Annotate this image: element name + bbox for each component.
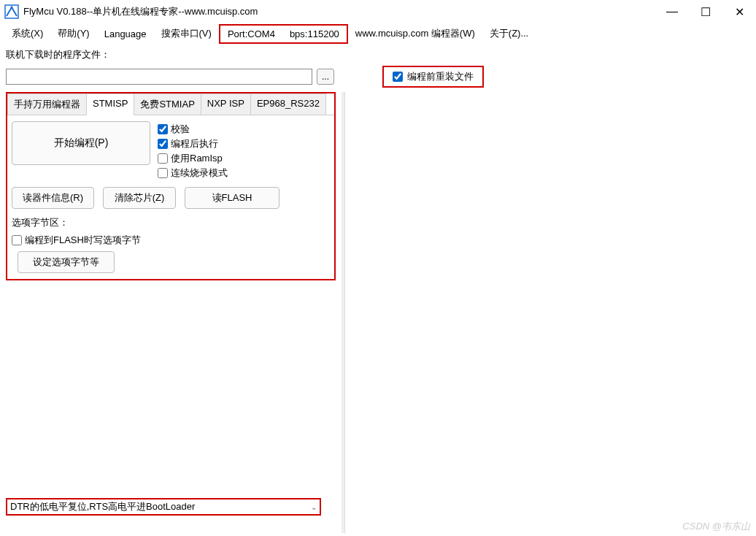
run-after-checkbox[interactable] [158,139,168,149]
menu-programmer[interactable]: www.mcuisp.com 编程器(W) [348,24,482,43]
write-option-bytes-row[interactable]: 编程到FLASH时写选项字节 [12,234,330,247]
chevron-down-icon: ⌄ [311,503,317,511]
run-after-label: 编程后执行 [171,137,218,150]
tab-content-stmisp: 开始编程(P) 校验 编程后执行 使用RamIsp [7,115,334,279]
tabs: 手持万用编程器 STMISP 免费STMIAP NXP ISP EP968_RS… [7,93,334,115]
continuous-checkbox[interactable] [158,168,168,178]
menu-language[interactable]: Language [97,26,154,42]
menu-system[interactable]: 系统(X) [4,24,50,43]
log-panel [344,92,756,533]
write-option-bytes-checkbox[interactable] [12,235,22,245]
menu-help[interactable]: 帮助(Y) [50,24,96,43]
menu-about[interactable]: 关于(Z)... [482,24,536,43]
tab-handheld[interactable]: 手持万用编程器 [7,93,87,115]
tabs-container: 手持万用编程器 STMISP 免费STMIAP NXP ISP EP968_RS… [6,92,336,280]
reload-checkbox-area: 编程前重装文件 [382,66,484,88]
read-device-info-button[interactable]: 读器件信息(R) [12,187,94,209]
svg-point-1 [11,7,13,9]
run-after-option[interactable]: 编程后执行 [158,137,228,150]
flash-buttons-row: 读器件信息(R) 清除芯片(Z) 读FLASH [12,187,330,209]
port-bps-group: Port:COM4 bps:115200 [219,24,348,44]
menu-search-port[interactable]: 搜索串口(V) [154,24,219,43]
menubar: 系统(X) 帮助(Y) Language 搜索串口(V) Port:COM4 b… [0,23,756,44]
watermark: CSDN @韦东山 [682,520,750,533]
file-label: 联机下载时的程序文件： [6,48,110,61]
start-program-button[interactable]: 开始编程(P) [12,121,150,165]
program-options: 校验 编程后执行 使用RamIsp 连续烧录模式 [158,121,228,180]
tab-stmisp[interactable]: STMISP [86,93,134,115]
main-area: 手持万用编程器 STMISP 免费STMIAP NXP ISP EP968_RS… [0,92,756,533]
erase-chip-button[interactable]: 清除芯片(Z) [103,187,176,209]
maximize-button[interactable]: ☐ [689,0,722,23]
verify-checkbox[interactable] [158,124,168,134]
left-panel: 手持万用编程器 STMISP 免费STMIAP NXP ISP EP968_RS… [0,92,342,533]
verify-label: 校验 [171,123,190,136]
option-bytes-section: 选项字节区： 编程到FLASH时写选项字节 设定选项字节等 [12,216,330,273]
tab-stmiap[interactable]: 免费STMIAP [134,93,201,115]
menu-bps[interactable]: bps:115200 [282,26,347,42]
file-path-input[interactable] [6,69,312,85]
tab-nxpisp[interactable]: NXP ISP [201,93,251,115]
set-option-bytes-button[interactable]: 设定选项字节等 [18,251,115,273]
continuous-label: 连续烧录模式 [171,166,228,180]
reset-mode-dropdown[interactable]: DTR的低电平复位,RTS高电平进BootLoader ⌄ [6,498,321,516]
write-option-bytes-label: 编程到FLASH时写选项字节 [25,234,141,247]
app-icon [4,4,19,19]
minimize-button[interactable]: — [655,0,689,23]
reload-label: 编程前重装文件 [407,70,474,83]
titlebar-controls: — ☐ ✕ [655,0,756,23]
ramisp-label: 使用RamIsp [171,152,223,165]
browse-button[interactable]: ... [317,69,334,85]
file-input-row: ... 编程前重装文件 [0,66,756,92]
verify-option[interactable]: 校验 [158,123,228,136]
option-bytes-label: 选项字节区： [12,216,330,229]
close-button[interactable]: ✕ [722,0,756,23]
menu-port[interactable]: Port:COM4 [220,26,282,42]
titlebar: FlyMcu V0.188--单片机在线编程专家--www.mcuisp.com… [0,0,756,23]
tab-ep968[interactable]: EP968_RS232 [250,93,326,115]
read-flash-button[interactable]: 读FLASH [185,187,279,209]
reload-checkbox[interactable] [393,72,403,82]
program-row: 开始编程(P) 校验 编程后执行 使用RamIsp [12,121,330,180]
reset-mode-value: DTR的低电平复位,RTS高电平进BootLoader [10,500,195,513]
ramisp-option[interactable]: 使用RamIsp [158,152,228,165]
ramisp-checkbox[interactable] [158,153,168,164]
window-title: FlyMcu V0.188--单片机在线编程专家--www.mcuisp.com [23,5,655,18]
continuous-option[interactable]: 连续烧录模式 [158,166,228,180]
file-row: 联机下载时的程序文件： [0,44,756,66]
